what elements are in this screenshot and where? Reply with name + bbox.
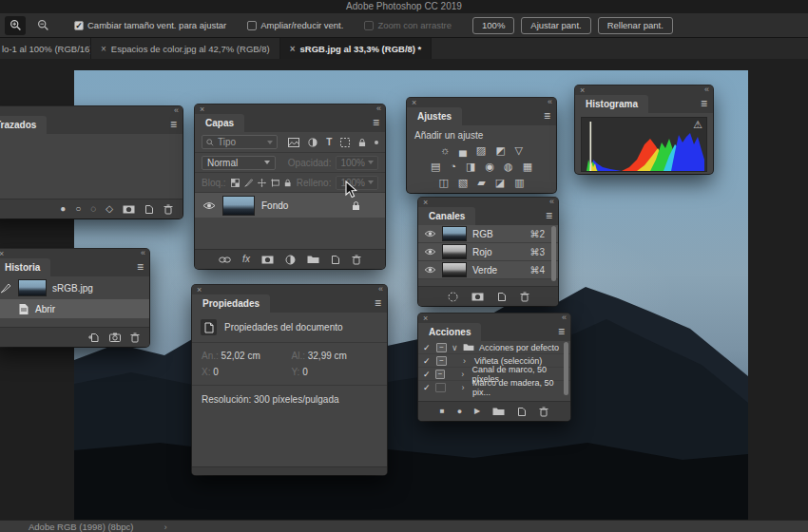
make-work-path-icon[interactable]: ◇ [106, 204, 113, 214]
zoom-level-button[interactable]: 100% [472, 17, 514, 34]
fit-screen-button[interactable]: Ajustar pant. [521, 17, 590, 34]
dialog-toggle-icon[interactable]: − [436, 356, 447, 366]
close-icon[interactable]: × [0, 249, 4, 258]
tab-trazados[interactable]: Trazados [0, 116, 47, 134]
close-icon[interactable]: × [290, 44, 296, 54]
close-icon[interactable]: × [580, 86, 585, 95]
channel-mixer-icon[interactable]: ◍ [504, 161, 513, 173]
lock-artboard-icon[interactable] [271, 178, 280, 188]
visibility-eye-icon[interactable] [424, 248, 436, 256]
visibility-eye-icon[interactable] [202, 201, 216, 210]
fill-path-icon[interactable]: ● [60, 204, 66, 214]
collapse-icon[interactable]: « [141, 248, 144, 257]
gradient-map-icon[interactable]: ◪ [495, 177, 505, 189]
scrollbar-thumb[interactable] [564, 342, 568, 395]
tab-histograma[interactable]: Histograma [575, 95, 648, 113]
chevron-right-icon[interactable]: › [461, 370, 467, 379]
visibility-eye-icon[interactable] [424, 230, 436, 238]
new-snapshot-camera-icon[interactable] [109, 332, 121, 342]
add-mask-icon[interactable] [261, 256, 274, 264]
blend-mode-select[interactable]: Normal [202, 156, 276, 170]
lock-pixels-brush-icon[interactable] [244, 178, 253, 188]
filter-adjustment-layers-icon[interactable] [308, 138, 317, 147]
collapse-icon[interactable]: « [378, 284, 382, 294]
close-icon[interactable]: × [101, 44, 106, 54]
panel-menu-icon[interactable]: ≡ [373, 116, 379, 129]
new-action-icon[interactable] [517, 407, 527, 417]
collapse-icon[interactable]: « [174, 105, 178, 115]
history-snapshot-row[interactable]: sRGB.jpg [0, 276, 149, 299]
lock-transparency-icon[interactable] [231, 178, 240, 188]
panel-menu-icon[interactable]: ≡ [137, 260, 144, 274]
panel-menu-icon[interactable]: ≡ [170, 118, 177, 131]
zoom-out-tool-button[interactable] [32, 16, 53, 35]
collapse-icon[interactable]: « [549, 197, 553, 206]
dialog-toggle-icon[interactable]: − [436, 343, 447, 352]
panel-menu-icon[interactable]: ≡ [558, 325, 565, 338]
fit-window-checkbox[interactable]: ✓ Cambiar tamaño vent. para ajustar [74, 20, 226, 30]
document-tab-3-active[interactable]: × sRGB.jpg al 33,3% (RGB/8) * [280, 38, 433, 59]
panel-menu-icon[interactable]: ≡ [701, 97, 707, 110]
new-document-from-state-icon[interactable] [88, 332, 100, 343]
new-layer-icon[interactable] [331, 255, 340, 265]
vibrance-icon[interactable]: ▽ [515, 144, 523, 157]
hue-saturation-icon[interactable]: ▤ [431, 161, 440, 173]
record-icon[interactable]: ● [457, 407, 462, 416]
panel-menu-icon[interactable]: ≡ [544, 109, 550, 123]
collapse-icon[interactable]: « [548, 97, 551, 106]
action-check-icon[interactable]: ✓ [423, 383, 431, 392]
black-white-icon[interactable]: ◨ [466, 161, 475, 173]
threshold-icon[interactable]: ▰ [477, 177, 485, 189]
action-row[interactable]: ✓ › Marco de madera, 50 pix... [418, 381, 570, 394]
color-balance-icon[interactable]: ◔ [450, 161, 456, 173]
close-icon[interactable]: × [200, 104, 204, 114]
curves-icon[interactable]: ▨ [476, 144, 486, 157]
layer-fx-icon[interactable]: fx [242, 255, 250, 264]
exposure-icon[interactable]: ◩ [495, 144, 505, 157]
action-check-icon[interactable]: ✓ [423, 356, 432, 366]
dialog-toggle-empty-icon[interactable] [435, 383, 445, 392]
filter-toggle-icon[interactable] [375, 141, 378, 144]
panel-menu-icon[interactable]: ≡ [546, 209, 552, 222]
tab-historia[interactable]: Historia [0, 258, 50, 276]
load-selection-icon[interactable]: ◌ [90, 204, 96, 214]
chevron-right-icon[interactable]: › [463, 356, 470, 366]
chevron-down-icon[interactable]: ∨ [452, 343, 458, 352]
link-layers-icon[interactable] [219, 256, 231, 263]
trash-icon[interactable] [164, 204, 173, 215]
layer-filter-input[interactable]: Tipo [202, 135, 278, 149]
play-icon[interactable]: ▶ [474, 407, 480, 416]
new-adjustment-layer-icon[interactable] [285, 255, 296, 265]
document-tab-1[interactable]: lo-1 al 100% (RGB/16) * [0, 38, 91, 59]
filter-shape-layers-icon[interactable] [340, 138, 350, 147]
document-tab-2[interactable]: × Espacios de color.jpg al 42,7% (RGB/8) [91, 38, 280, 59]
new-group-folder-icon[interactable] [307, 255, 319, 264]
close-icon[interactable]: × [197, 285, 202, 294]
trash-icon[interactable] [352, 255, 361, 265]
collapse-icon[interactable]: « [704, 85, 708, 94]
save-selection-as-channel-icon[interactable] [471, 293, 484, 301]
color-lookup-icon[interactable]: ▦ [523, 161, 532, 173]
tab-canales[interactable]: Canales [418, 207, 475, 225]
channel-row-verde[interactable]: Verde ⌘4 [418, 261, 558, 279]
new-channel-icon[interactable] [497, 292, 507, 302]
opacity-value-field[interactable]: 100% [336, 156, 378, 170]
collapse-icon[interactable]: « [562, 313, 566, 322]
chevron-right-icon[interactable]: › [462, 383, 468, 392]
posterize-icon[interactable]: ▧ [458, 177, 468, 189]
levels-icon[interactable]: ▄ [459, 144, 467, 157]
channel-row-rojo[interactable]: Rojo ⌘3 [418, 243, 558, 261]
action-check-icon[interactable]: ✓ [423, 343, 432, 352]
close-icon[interactable]: × [423, 198, 428, 207]
new-set-folder-icon[interactable] [492, 407, 505, 416]
panel-menu-icon[interactable]: ≡ [375, 296, 381, 310]
visibility-eye-icon[interactable] [424, 266, 436, 274]
history-state-row-selected[interactable]: Abrir [0, 299, 149, 318]
close-icon[interactable]: × [423, 314, 428, 323]
tab-propiedades[interactable]: Propiedades [192, 294, 270, 313]
load-channel-selection-icon[interactable] [448, 292, 458, 302]
selective-color-icon[interactable]: ▥ [514, 177, 524, 189]
invert-icon[interactable]: ◫ [438, 177, 448, 189]
stop-icon[interactable]: ■ [440, 407, 445, 416]
trash-icon[interactable] [130, 332, 140, 343]
